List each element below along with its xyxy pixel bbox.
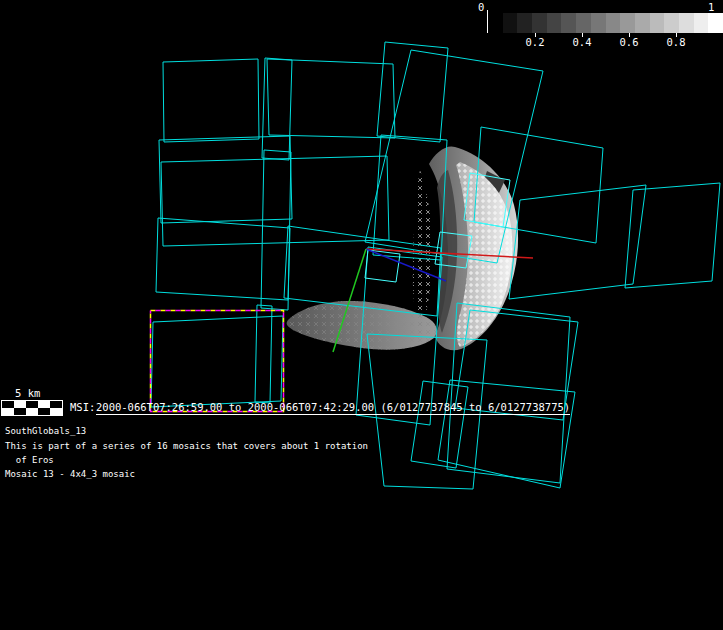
msi-footprint [411,381,468,468]
colorbar-tick-label: 0.8 [667,36,686,48]
msi-footprint [262,58,292,160]
colorbar-tick-label: 0.4 [573,36,592,48]
scale-bar-segment [38,401,50,408]
scale-bar-segment [50,401,62,408]
colorbar-step [591,13,606,33]
selection-box [151,311,284,412]
scale-bar-segment [14,408,26,415]
msi-footprint [373,135,447,260]
msi-footprint [159,136,292,223]
status-time-range: 2000-066T07:26:59.00 to 2000-066T07:42:2… [96,401,570,415]
msi-footprint [163,59,259,142]
scale-bar-segment [38,408,50,415]
scale-bar-label: 5 km [15,387,40,399]
mosaic-3d-view[interactable] [0,0,723,630]
colorbar-step [635,13,650,33]
colorbar-step [503,13,518,33]
mosaic-description-line1: This is part of a series of 16 mosaics t… [5,440,368,452]
colorbar-max-label: 1 [708,1,714,13]
msi-footprint [151,316,283,407]
colorbar-tick-label: 0.2 [526,36,545,48]
colorbar-step [664,13,679,33]
msi-footprint [161,156,389,246]
msi-footprint [255,305,272,403]
msi-footprint [156,218,290,300]
colorbar-step [694,13,709,33]
msi-footprint [438,380,575,488]
colorbar-step [620,13,635,33]
colorbar-step [708,13,723,33]
colorbar-step [606,13,621,33]
colorbar-tick-label: 0.6 [620,36,639,48]
colorbar-min-label: 0 [478,1,484,13]
scale-bar-segment [26,408,38,415]
scale-bar-segment [14,401,26,408]
scale-bar-segment [2,408,14,415]
mosaic-viewer-window: 0 1 0.20.40.60.8 5 km MSI: 2000-066T07:2… [0,0,723,630]
colorbar-step [650,13,665,33]
selection-box-dash-magenta [151,311,284,412]
status-msi-prefix: MSI: [70,401,95,413]
colorbar-step [679,13,694,33]
msi-footprint [261,150,291,310]
colorbar-step [517,13,532,33]
colorbar-step [532,13,547,33]
scale-bar-segment [26,401,38,408]
mosaic-description-line2: of Eros [5,454,54,466]
colorbar-step [547,13,562,33]
scale-bar [1,400,63,416]
z-axis-line [366,249,446,281]
colorbar [488,13,723,33]
scale-bar-segment [2,401,14,408]
colorbar-step [576,13,591,33]
mosaic-series-title: SouthGlobals_13 [5,425,86,437]
colorbar-step [561,13,576,33]
msi-footprint [267,59,395,138]
msi-footprints [151,42,720,489]
scale-bar-segment [50,408,62,415]
mosaic-name-label: Mosaic 13 - 4x4_3 mosaic [5,468,135,480]
msi-footprint [377,42,448,142]
colorbar-step [488,13,503,33]
selection-box-dash-yellow [151,311,284,412]
